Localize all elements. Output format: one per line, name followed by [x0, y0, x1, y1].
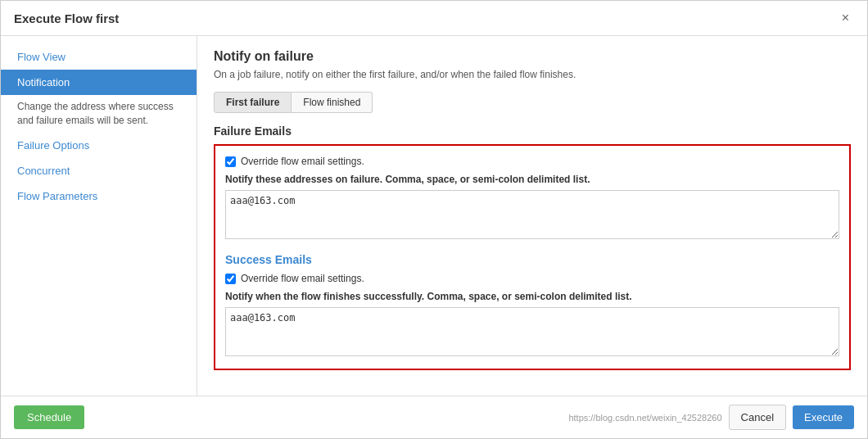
flow-finished-button[interactable]: Flow finished: [292, 92, 373, 113]
notify-button-group: First failure Flow finished: [214, 92, 851, 113]
content-subtitle: On a job failure, notify on either the f…: [214, 69, 851, 80]
cancel-button[interactable]: Cancel: [729, 405, 786, 430]
sidebar-item-concurrent[interactable]: Concurrent: [1, 158, 197, 183]
success-override-row: Override flow email settings.: [225, 273, 839, 284]
sidebar-item-notification[interactable]: Notification: [1, 70, 197, 95]
modal-footer: Schedule https://blog.csdn.net/weixin_42…: [1, 396, 867, 438]
success-override-checkbox[interactable]: [225, 274, 236, 284]
footer-right: https://blog.csdn.net/weixin_42528260 Ca…: [568, 405, 854, 430]
modal-header: Execute Flow first ×: [1, 1, 867, 36]
failure-override-row: Override flow email settings.: [225, 156, 839, 167]
success-override-label: Override flow email settings.: [241, 273, 364, 284]
success-emails-section: Success Emails Override flow email setti…: [225, 253, 839, 359]
first-failure-button[interactable]: First failure: [214, 92, 292, 113]
content-area: Notify on failure On a job failure, noti…: [197, 36, 867, 396]
content-title: Notify on failure: [214, 49, 851, 64]
sidebar: Flow View Notification Change the addres…: [1, 36, 197, 396]
sidebar-item-flow-view[interactable]: Flow View: [1, 44, 197, 70]
sidebar-description: Change the address where success and fai…: [1, 95, 197, 133]
sidebar-item-flow-parameters[interactable]: Flow Parameters: [1, 183, 197, 209]
red-border-section: Override flow email settings. Notify the…: [214, 144, 851, 370]
failure-override-label: Override flow email settings.: [241, 156, 364, 167]
close-button[interactable]: ×: [837, 9, 854, 27]
execute-button[interactable]: Execute: [793, 405, 854, 429]
success-notify-text: Notify when the flow finishes successful…: [225, 291, 839, 302]
failure-override-checkbox[interactable]: [225, 156, 236, 167]
modal-title: Execute Flow first: [14, 11, 119, 25]
modal-body: Flow View Notification Change the addres…: [1, 36, 867, 396]
failure-emails-title: Failure Emails: [214, 124, 851, 138]
failure-email-input[interactable]: [225, 190, 839, 239]
watermark-text: https://blog.csdn.net/weixin_42528260: [568, 413, 721, 423]
failure-notify-text: Notify these addresses on failure. Comma…: [225, 174, 839, 185]
sidebar-item-failure-options[interactable]: Failure Options: [1, 133, 197, 158]
modal: Execute Flow first × Flow View Notificat…: [0, 0, 868, 439]
success-emails-title: Success Emails: [225, 253, 839, 266]
success-email-input[interactable]: [225, 307, 839, 356]
schedule-button[interactable]: Schedule: [14, 405, 84, 429]
